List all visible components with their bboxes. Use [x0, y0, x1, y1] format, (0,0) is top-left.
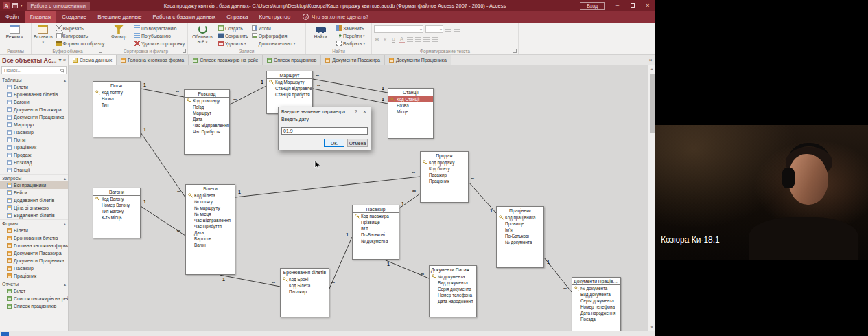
- table-field[interactable]: Пасажир: [421, 172, 468, 178]
- document-tab[interactable]: Список пасажирів на рейс: [189, 55, 263, 65]
- table-field[interactable]: Номер телефона: [430, 292, 476, 298]
- nav-item[interactable]: Документи Пасажира: [0, 249, 68, 257]
- diagram-table[interactable]: ПотягКод потягуНазваТип: [93, 81, 141, 137]
- nav-item[interactable]: Працівник: [0, 144, 68, 151]
- nav-item[interactable]: Список працівників: [0, 302, 68, 310]
- table-field[interactable]: Код Станції: [388, 96, 433, 102]
- document-tab[interactable]: Головна кнопкова форма: [117, 55, 189, 65]
- nav-item[interactable]: Вагони: [0, 98, 68, 106]
- table-field[interactable]: № місця: [186, 211, 235, 217]
- nav-item[interactable]: Ціна зі знижкою: [0, 204, 68, 212]
- align-right-icon[interactable]: [423, 37, 430, 43]
- table-field[interactable]: Серія документа: [430, 286, 476, 292]
- save-icon[interactable]: [12, 3, 18, 8]
- cut-button[interactable]: Вырезать: [56, 25, 105, 32]
- table-field[interactable]: Код працівника: [497, 214, 543, 221]
- nav-pane-header[interactable]: Все объекты Ac... ▾ «: [0, 55, 68, 65]
- italic-button[interactable]: К: [382, 36, 388, 43]
- nav-item[interactable]: Документи Працівника: [0, 257, 68, 265]
- table-field[interactable]: Дата народження: [572, 310, 620, 316]
- underline-button[interactable]: Ч: [390, 36, 397, 43]
- table-field[interactable]: Дата: [186, 229, 235, 236]
- table-field[interactable]: Працівник: [421, 178, 468, 184]
- dialog-launcher-icon[interactable]: [183, 49, 186, 53]
- table-field[interactable]: Код пасажира: [353, 213, 399, 219]
- maximize-button[interactable]: [625, 0, 640, 11]
- document-tab[interactable]: Документи Працівника: [385, 55, 451, 65]
- table-field[interactable]: Код Білета: [281, 282, 329, 289]
- dialog-launcher-icon[interactable]: [513, 49, 517, 53]
- table-field[interactable]: Назва: [93, 96, 140, 102]
- chevron-down-icon[interactable]: ▾: [59, 57, 62, 63]
- table-field[interactable]: Вид документа: [430, 280, 476, 286]
- sort-descending-button[interactable]: По убыванию: [134, 32, 185, 39]
- table-field[interactable]: Час Відправлення: [185, 122, 229, 128]
- table-field[interactable]: № документа: [572, 285, 620, 291]
- spelling-button[interactable]: Орфография: [252, 32, 295, 39]
- nav-item[interactable]: Станції: [0, 166, 68, 174]
- paste-button[interactable]: Вставить ▾: [34, 24, 53, 44]
- ok-button[interactable]: OK: [324, 139, 344, 147]
- more-button[interactable]: Дополнительно ▾: [252, 40, 295, 47]
- table-field[interactable]: № документа: [497, 239, 543, 245]
- table-field[interactable]: По-Батькові: [353, 232, 399, 238]
- table-field[interactable]: Код білету: [421, 166, 468, 172]
- table-field[interactable]: Код продажу: [421, 159, 468, 166]
- table-field[interactable]: Станція прибуття: [267, 91, 312, 98]
- ribbon-tab-5[interactable]: Работа с базами данных: [148, 11, 222, 23]
- customize-qat-icon[interactable]: ▾: [21, 3, 23, 8]
- scroll-down-icon[interactable]: ▼: [648, 324, 655, 331]
- view-button[interactable]: Режим ▾: [2, 24, 27, 39]
- table-field[interactable]: Вартість: [186, 236, 235, 242]
- vertical-scrollbar[interactable]: ▲ ▼: [648, 65, 655, 331]
- nav-item[interactable]: Видалення білетів: [0, 212, 68, 219]
- table-field[interactable]: Номер телефона: [572, 304, 620, 310]
- ribbon-tab-3[interactable]: Создание: [56, 11, 92, 23]
- dialog-close-button[interactable]: ×: [360, 109, 369, 115]
- table-field[interactable]: Код Маршруту: [267, 79, 312, 85]
- nav-item[interactable]: Пасажир: [0, 265, 68, 272]
- numbered-list-icon[interactable]: [454, 27, 460, 32]
- table-field[interactable]: Прізвище: [353, 219, 399, 225]
- table-field[interactable]: Місце: [388, 109, 433, 115]
- nav-item[interactable]: Додавання білетів: [0, 197, 68, 204]
- nav-item[interactable]: Документи Працівника: [0, 113, 68, 121]
- table-field[interactable]: Код білета: [186, 192, 235, 199]
- table-field[interactable]: Час Прибуття: [185, 128, 229, 135]
- remove-sort-button[interactable]: Удалить сортировку: [134, 40, 185, 47]
- webcam-video[interactable]: Козюра Ки-18.1: [655, 125, 868, 260]
- table-field[interactable]: Тип Вагону: [93, 208, 140, 214]
- sort-ascending-button[interactable]: По возрастанию: [134, 25, 185, 32]
- table-field[interactable]: Код розкладу: [185, 98, 229, 104]
- table-field[interactable]: Пасажир: [281, 289, 329, 295]
- nav-item[interactable]: Розклад: [0, 159, 68, 166]
- relationship-line[interactable]: [220, 275, 280, 287]
- nav-item[interactable]: Документи Пасажира: [0, 106, 68, 113]
- ribbon-tab-4[interactable]: Внешние данные: [92, 11, 147, 23]
- minimize-button[interactable]: −: [610, 0, 625, 11]
- bullet-list-icon[interactable]: [445, 27, 451, 32]
- gridlines-icon[interactable]: [432, 37, 438, 43]
- table-field[interactable]: Станція відправлення: [267, 85, 312, 91]
- ribbon-tab-2[interactable]: Главная: [25, 11, 56, 23]
- relationship-line[interactable]: [141, 133, 185, 197]
- table-field[interactable]: Код Вагону: [93, 196, 140, 202]
- nav-item[interactable]: Головна кнопкова форма: [0, 242, 68, 249]
- nav-item[interactable]: Список пасажирів на рейс: [0, 295, 68, 302]
- table-field[interactable]: По-Батькові: [497, 233, 543, 239]
- search-input[interactable]: [4, 68, 59, 73]
- diagram-table[interactable]: Документи Пасажира№ документаВид докумен…: [429, 265, 477, 317]
- nav-section-header[interactable]: Формы▴: [0, 219, 68, 227]
- sign-in-button[interactable]: Вход: [580, 2, 605, 10]
- nav-item[interactable]: Маршрут: [0, 121, 68, 128]
- align-center-icon[interactable]: [415, 37, 421, 43]
- bold-button[interactable]: Ж: [374, 36, 380, 43]
- diagram-table[interactable]: Бронювання білетівКод БроніКод БілетаПас…: [280, 268, 329, 317]
- document-tab[interactable]: Список працівників: [263, 55, 321, 65]
- table-field[interactable]: № потягу: [186, 199, 235, 205]
- table-field[interactable]: Ім'я: [497, 227, 543, 233]
- diagram-table[interactable]: Документи Працівника№ документаВид докум…: [572, 277, 621, 331]
- relationship-line[interactable]: [235, 177, 420, 197]
- nav-item[interactable]: Рейси: [0, 189, 68, 197]
- shutter-close-icon[interactable]: «: [63, 57, 66, 63]
